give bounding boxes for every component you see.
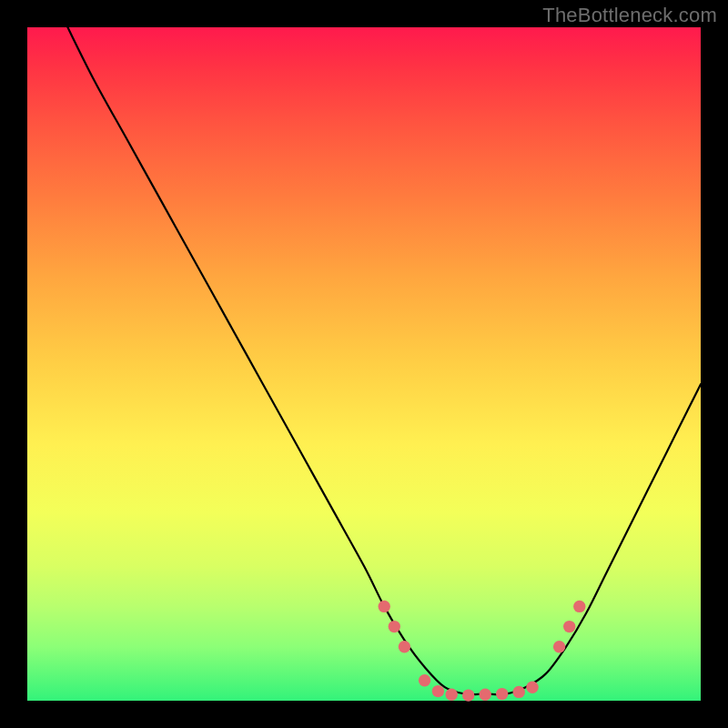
curve-markers bbox=[379, 601, 586, 702]
curve-marker bbox=[446, 689, 458, 701]
curve-marker bbox=[573, 601, 585, 612]
curve-marker bbox=[563, 621, 575, 632]
chart-frame: TheBottleneck.com bbox=[0, 0, 728, 728]
curve-marker bbox=[462, 689, 474, 701]
curve-marker bbox=[480, 689, 491, 701]
curve-marker bbox=[553, 641, 565, 652]
chart-svg bbox=[27, 27, 701, 701]
bottleneck-curve bbox=[67, 27, 701, 694]
curve-marker bbox=[526, 682, 538, 693]
curve-marker bbox=[496, 688, 508, 700]
curve-marker bbox=[379, 601, 390, 612]
curve-marker bbox=[432, 685, 444, 697]
curve-marker bbox=[419, 674, 430, 686]
watermark-text: TheBottleneck.com bbox=[542, 4, 717, 27]
curve-marker bbox=[389, 621, 400, 632]
curve-marker bbox=[399, 641, 410, 652]
curve-marker bbox=[513, 686, 525, 698]
